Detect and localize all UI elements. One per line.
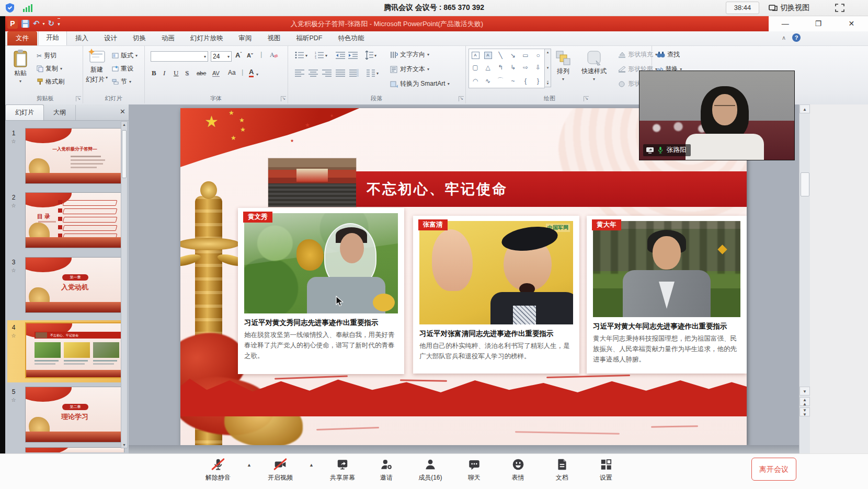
scroll-down-button[interactable]: ▼ <box>800 387 810 395</box>
font-color-caret-icon[interactable]: ▾ <box>256 72 258 77</box>
cloud-shape-icon[interactable]: ◠ <box>473 77 478 85</box>
unmute-button[interactable]: 解除静音 <box>203 457 233 482</box>
tab-special-features[interactable]: 特色功能 <box>331 31 372 45</box>
triangle-shape-icon[interactable]: △ <box>485 64 490 71</box>
bullets-icon[interactable] <box>295 51 304 59</box>
clear-formatting-icon[interactable]: A <box>269 50 278 60</box>
tab-foxit-pdf[interactable]: 福昕PDF <box>289 31 330 45</box>
font-name-combo[interactable]: ▾ <box>151 51 208 62</box>
tab-slides-pane[interactable]: 幻灯片 <box>5 104 44 120</box>
ribbon-collapse-icon[interactable]: ∧ <box>782 34 786 41</box>
textbox-shape-icon[interactable]: A <box>472 52 479 59</box>
person-photo-zhangfuqing[interactable]: 中国军网 <box>419 221 573 324</box>
text-shadow-button[interactable]: S <box>185 69 189 77</box>
oval-shape-icon[interactable]: ○ <box>536 52 540 59</box>
underline-button[interactable]: U <box>174 69 178 77</box>
tab-insert[interactable]: 插入 <box>68 31 96 45</box>
scroll-thumb[interactable] <box>801 172 809 196</box>
save-icon[interactable] <box>21 19 30 28</box>
italic-button[interactable]: I <box>163 69 165 77</box>
line-spacing-caret-icon[interactable]: ▾ <box>374 53 376 58</box>
arc-shape-icon[interactable]: ⌒ <box>497 76 504 85</box>
pane-close-icon[interactable]: ✕ <box>120 108 125 115</box>
tab-design[interactable]: 设计 <box>97 31 124 45</box>
redo-button[interactable]: ↻ <box>48 19 55 28</box>
convert-smartart-button[interactable]: 转换为 SmartArt▾ <box>390 79 450 88</box>
chat-button[interactable]: 聊天 <box>459 457 489 482</box>
leave-meeting-button[interactable]: 离开会议 <box>751 458 796 481</box>
undo-button[interactable]: ↶ <box>33 19 40 28</box>
tab-view[interactable]: 视图 <box>260 31 288 45</box>
emoji-button[interactable]: 表情 <box>503 457 533 482</box>
paragraph-dialog-launcher[interactable]: ↘ <box>459 96 464 101</box>
tab-home[interactable]: 开始 <box>38 30 67 45</box>
tab-transitions[interactable]: 切换 <box>125 31 153 45</box>
font-color-button[interactable]: A <box>249 68 254 77</box>
exit-fullscreen-icon[interactable] <box>835 3 845 13</box>
slide-thumbnail-6-partial[interactable] <box>25 447 124 452</box>
scribble-shape-icon[interactable]: ∿ <box>485 77 490 85</box>
right-block-arrow-shape-icon[interactable]: ⇨ <box>523 64 528 71</box>
paste-button[interactable]: 粘贴▾ <box>13 49 28 84</box>
strikethrough-button[interactable]: abe <box>197 70 206 76</box>
slide-thumbnail-5[interactable]: 第二章 理论学习 <box>25 387 124 443</box>
slide-thumbnail-3[interactable]: 第一章 入党动机 <box>25 257 124 313</box>
elbow-arrow-shape-icon[interactable]: ↳ <box>510 64 516 71</box>
share-screen-button[interactable]: 共享屏幕 <box>327 457 358 482</box>
arrange-button[interactable]: 排列▾ <box>555 50 571 82</box>
new-slide-button[interactable]: 新建 幻灯片▾ <box>86 49 108 84</box>
tab-animations[interactable]: 动画 <box>154 31 182 45</box>
format-painter-button[interactable]: 格式刷 <box>37 77 64 86</box>
mic-options-caret-icon[interactable]: ▲ <box>247 462 252 468</box>
increase-indent-icon[interactable] <box>348 51 358 59</box>
pane-scroll-thumb[interactable] <box>122 130 127 178</box>
left-brace-shape-icon[interactable]: { <box>524 77 527 85</box>
shapes-scrollbar[interactable]: ▴ ▾ ▾ <box>544 49 551 87</box>
cut-button[interactable]: ✂ 剪切 <box>37 51 56 60</box>
distribute-icon[interactable] <box>349 69 359 77</box>
align-center-icon[interactable] <box>309 69 318 77</box>
previous-slide-button[interactable]: ▲▲ <box>800 397 810 406</box>
arrow-shape-icon[interactable]: ↘ <box>510 52 516 59</box>
invite-button[interactable]: 邀请 <box>371 457 402 482</box>
tab-outline-pane[interactable]: 大纲 <box>44 105 76 120</box>
slide-scrollbar[interactable]: ▲ ▼ ▲▲ ▼▼ <box>799 104 810 453</box>
curve-shape-icon[interactable]: ~ <box>511 77 515 85</box>
columns-icon[interactable] <box>366 69 375 77</box>
reset-button[interactable]: 重设 <box>112 64 133 73</box>
docs-button[interactable]: 文档 <box>547 457 577 482</box>
numbering-caret-icon[interactable]: ▾ <box>325 53 327 58</box>
minimize-button[interactable]: — <box>776 19 794 28</box>
text-direction-button[interactable]: 文字方向▾ <box>390 50 429 59</box>
webcam-video-tile[interactable]: 张路阳 <box>639 71 795 160</box>
person-card-zhangfuqing[interactable]: 张富清 中国军网 习近平对张富清同志先进事迹作出重要指示 他用自己的朴实纯粹、淡… <box>413 216 579 374</box>
rounded-rectangle-shape-icon[interactable]: ▢ <box>472 64 478 71</box>
person-photo-huangwenxiu[interactable] <box>244 213 398 313</box>
quick-styles-button[interactable]: 快速样式▾ <box>581 50 607 82</box>
pane-scrollbar[interactable]: ▲ ▼ <box>121 121 128 448</box>
shapes-gallery[interactable]: A A ╲ ↘ ▭ ○ ▢ △ ↰ ↳ ⇨ ⇩ ◠ ∿ ⌒ ~ { } <box>469 49 545 88</box>
numbering-icon[interactable]: 123 <box>315 51 324 59</box>
tab-slideshow[interactable]: 幻灯片放映 <box>183 31 231 45</box>
slide-thumbnail-4-selected[interactable]: 不忘初心、牢记使命 <box>25 322 124 378</box>
align-right-icon[interactable] <box>322 69 332 77</box>
qat-customize-button[interactable]: ▾ <box>58 18 60 29</box>
columns-caret-icon[interactable]: ▾ <box>376 71 379 76</box>
shapes-scroll-down-icon[interactable]: ▾ <box>547 66 549 70</box>
shrink-font-button[interactable]: Aˇ <box>247 52 253 59</box>
font-size-combo[interactable]: 24▾ <box>211 51 232 62</box>
textbox-fill-shape-icon[interactable]: A <box>484 52 492 59</box>
down-block-arrow-shape-icon[interactable]: ⇩ <box>535 64 541 71</box>
character-spacing-button[interactable]: AV <box>212 70 220 77</box>
slide-thumbnail-2[interactable]: 目 录 <box>25 192 124 248</box>
shapes-scroll-up-icon[interactable]: ▴ <box>547 50 549 54</box>
close-button[interactable]: ✕ <box>842 19 860 28</box>
font-dialog-launcher[interactable]: ↘ <box>281 96 286 101</box>
align-text-button[interactable]: 对齐文本▾ <box>390 65 429 74</box>
drawing-dialog-launcher[interactable]: ↘ <box>584 96 589 101</box>
settings-button[interactable]: 设置 <box>591 457 621 482</box>
layout-button[interactable]: 版式▾ <box>112 51 138 60</box>
start-video-button[interactable]: 开启视频 <box>265 457 295 482</box>
shapes-more-icon[interactable]: ▾ <box>547 81 549 86</box>
person-photo-huangdanian[interactable] <box>593 221 740 317</box>
